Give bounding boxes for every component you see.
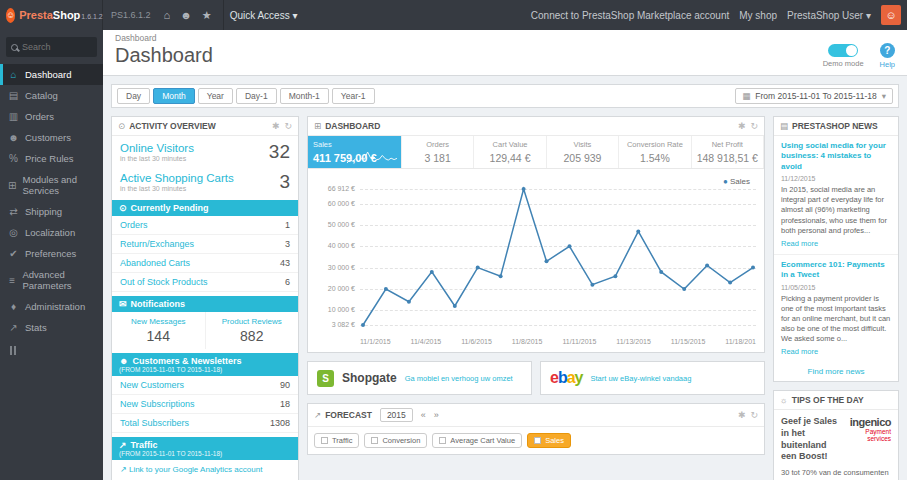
- sidebar-item-administration[interactable]: ♦Administration: [0, 296, 103, 317]
- topbar: ☺ PrestaShop1.6.1.2 PS1.6.1.2 ⌂ ☻ ★ Quic…: [0, 0, 907, 30]
- marketplace-connect-link[interactable]: Connect to PrestaShop Marketplace accoun…: [531, 10, 729, 21]
- forecast-panel: ↗ FORECAST 2015 « » ✱↻ Traffic Conversio…: [307, 403, 765, 455]
- toggle-switch[interactable]: [828, 44, 858, 57]
- customers-icon[interactable]: ☻: [180, 9, 192, 21]
- sidebar-item-label: Localization: [25, 227, 75, 238]
- kpi-visits[interactable]: Visits205 939: [547, 136, 619, 168]
- legend-chip-sales[interactable]: Sales: [527, 433, 571, 448]
- sidebar-item-modules[interactable]: ⊞Modules and Services: [0, 169, 103, 201]
- sidebar-item-stats[interactable]: ↗Stats: [0, 317, 103, 338]
- y-tick-label: 3 082 €: [332, 321, 355, 328]
- product-reviews-cell[interactable]: Product Reviews 882: [206, 312, 299, 349]
- settings-icon: ≡: [8, 275, 16, 286]
- filter-day-button[interactable]: Day: [117, 88, 150, 104]
- sales-chart-plot[interactable]: ● Sales: [360, 177, 756, 335]
- kpi-sales[interactable]: Sales 411 759,00 €: [308, 136, 402, 168]
- pending-orders-row[interactable]: Orders1: [112, 216, 298, 235]
- new-customers-row[interactable]: New Customers90: [112, 376, 298, 395]
- new-subscriptions-row[interactable]: New Subscriptions18: [112, 395, 298, 414]
- read-more-link[interactable]: Read more: [781, 347, 891, 356]
- find-more-news-link[interactable]: Find more news: [774, 362, 898, 381]
- ingenico-logo: ingenico Payment services: [842, 416, 891, 463]
- search-input[interactable]: [22, 42, 92, 52]
- breadcrumb[interactable]: Dashboard: [115, 33, 213, 43]
- abandoned-carts-row[interactable]: Abandoned Carts43: [112, 254, 298, 273]
- ebay-module-ad[interactable]: ebay Start uw eBay-winkel vandaag: [540, 361, 765, 395]
- legend-chip-average-cart-value[interactable]: Average Cart Value: [432, 433, 522, 448]
- demo-mode-toggle[interactable]: Demo mode: [823, 44, 864, 68]
- kpi-conversion-rate[interactable]: Conversion Rate1.54%: [619, 136, 691, 168]
- home-icon: ⌂: [8, 69, 19, 80]
- merchant-badge-icon[interactable]: ★: [202, 9, 212, 22]
- row-label: Out of Stock Products: [120, 277, 208, 287]
- row-label: New Customers: [120, 380, 184, 390]
- sidebar-item-label: Catalog: [25, 90, 58, 101]
- refresh-icon[interactable]: ↻: [750, 410, 758, 420]
- kpi-cart-value[interactable]: Cart Value129,44 €: [474, 136, 546, 168]
- legend-chip-traffic[interactable]: Traffic: [314, 433, 359, 448]
- quick-access-menu[interactable]: Quick Access ▾: [230, 10, 298, 21]
- next-year-button[interactable]: »: [434, 410, 439, 420]
- gear-icon[interactable]: ✱: [738, 410, 746, 420]
- shopgate-link[interactable]: Ga mobiel en verhoog uw omzet: [405, 374, 513, 383]
- refresh-icon[interactable]: ↻: [284, 121, 292, 131]
- kpi-net-profit[interactable]: Net Profit148 918,51 €: [692, 136, 764, 168]
- user-menu[interactable]: PrestaShop User ▾: [787, 10, 871, 21]
- sidebar-item-dashboard[interactable]: ⌂Dashboard: [0, 64, 103, 85]
- news-title-link[interactable]: Ecommerce 101: Payments in a Tweet: [781, 260, 891, 281]
- section-title: Currently Pending: [131, 203, 209, 213]
- kpi-orders[interactable]: Orders3 181: [402, 136, 474, 168]
- checkbox[interactable]: [321, 437, 328, 444]
- collapse-menu-button[interactable]: [0, 338, 103, 363]
- pending-returns-row[interactable]: Return/Exchanges3: [112, 235, 298, 254]
- metric-label: Online Visitors: [120, 142, 194, 154]
- ebay-link[interactable]: Start uw eBay-winkel vandaag: [591, 374, 692, 383]
- checkbox[interactable]: [534, 437, 541, 444]
- shopgate-logo: Shopgate: [342, 371, 397, 385]
- google-analytics-link[interactable]: ↗ Link to your Google Analytics account: [112, 460, 298, 480]
- news-item: Ecommerce 101: Payments in a Tweet 11/05…: [774, 255, 898, 362]
- sidebar-item-shipping[interactable]: ⇄Shipping: [0, 201, 103, 222]
- refresh-icon[interactable]: ↻: [750, 121, 758, 131]
- total-subscribers-row[interactable]: Total Subscribers1308: [112, 414, 298, 433]
- sidebar-item-advanced-parameters[interactable]: ≡Advanced Parameters: [0, 264, 103, 296]
- shop-icon[interactable]: ⌂: [164, 9, 171, 21]
- sidebar-item-price-rules[interactable]: %Price Rules: [0, 148, 103, 169]
- my-shop-link[interactable]: My shop: [739, 10, 777, 21]
- filter-year-button[interactable]: Year: [198, 88, 233, 104]
- clock-icon: ⊙: [118, 121, 125, 131]
- filter-day-1-button[interactable]: Day-1: [236, 88, 277, 104]
- gear-icon[interactable]: ✱: [272, 121, 280, 131]
- sidebar-item-catalog[interactable]: ▤Catalog: [0, 85, 103, 106]
- help-button[interactable]: ? Help: [880, 43, 895, 69]
- checkbox[interactable]: [371, 437, 378, 444]
- user-avatar[interactable]: ☺: [881, 5, 901, 25]
- date-range-picker[interactable]: ▦ From 2015-11-01 To 2015-11-18 ▾: [735, 88, 893, 104]
- online-visitors-metric[interactable]: Online Visitors in the last 30 minutes 3…: [112, 136, 298, 166]
- sidebar-item-orders[interactable]: ▥Orders: [0, 106, 103, 127]
- sidebar-item-customers[interactable]: ☻Customers: [0, 127, 103, 148]
- year-selector[interactable]: 2015: [380, 408, 413, 422]
- gear-icon[interactable]: ✱: [738, 121, 746, 131]
- new-messages-cell[interactable]: New Messages 144: [112, 312, 206, 349]
- sidebar-item-localization[interactable]: ◎Localization: [0, 222, 103, 243]
- notifications-header: ✉Notifications: [112, 296, 298, 312]
- prestashop-logo[interactable]: ☺ PrestaShop1.6.1.2: [0, 0, 103, 30]
- out-of-stock-row[interactable]: Out of Stock Products6: [112, 273, 298, 292]
- prev-year-button[interactable]: «: [421, 410, 426, 420]
- sidebar-search[interactable]: [6, 37, 97, 57]
- panel-title: ACTIVITY OVERVIEW: [129, 121, 216, 131]
- help-icon[interactable]: ?: [880, 43, 895, 58]
- sidebar-item-preferences[interactable]: ✔Preferences: [0, 243, 103, 264]
- filter-month-1-button[interactable]: Month-1: [280, 88, 329, 104]
- metric-sub: in the last 30 minutes: [120, 155, 194, 162]
- filter-year-1-button[interactable]: Year-1: [332, 88, 375, 104]
- shopgate-module-ad[interactable]: S Shopgate Ga mobiel en verhoog uw omzet: [307, 361, 532, 395]
- active-carts-metric[interactable]: Active Shopping Carts in the last 30 min…: [112, 166, 298, 196]
- legend-chip-conversion[interactable]: Conversion: [364, 433, 427, 448]
- grid-icon: ⊞: [314, 121, 321, 131]
- news-title-link[interactable]: Using social media for your business: 4 …: [781, 141, 891, 172]
- read-more-link[interactable]: Read more: [781, 239, 891, 248]
- filter-month-button[interactable]: Month: [153, 88, 195, 104]
- checkbox[interactable]: [439, 437, 446, 444]
